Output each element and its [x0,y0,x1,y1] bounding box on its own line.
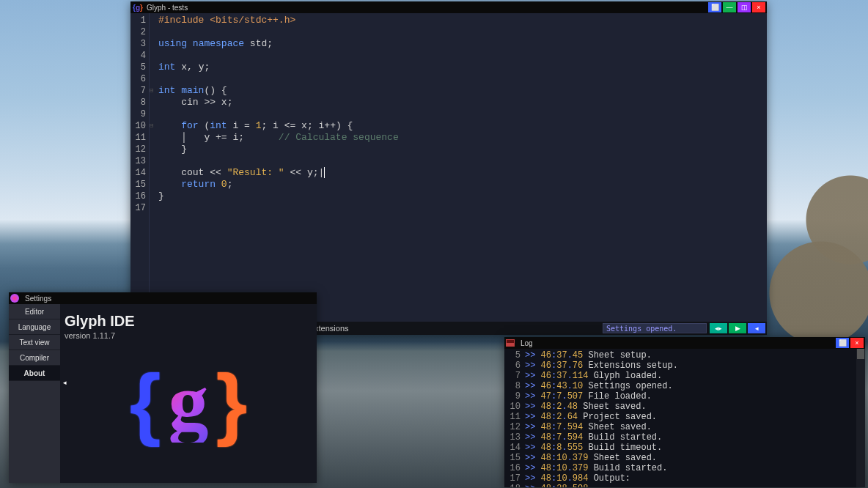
app-name-label: Glyph IDE [65,313,312,330]
token-pp: <bits/stdc++.h> [210,15,295,26]
log-line: >> 46:37.45 Sheet setup. [525,350,856,361]
log-line: >> 48:10.984 Output: [525,473,856,484]
log-line: >> 47:7.507 File loaded. [525,391,856,402]
settings-sidebar: EditorLanguageText viewCompilerAbout [9,304,60,483]
code-line[interactable]: int x, y; [158,62,767,73]
token-op [250,120,256,131]
editor-status-message: Settings opened. [603,323,707,333]
editor-window-buttons: ⬜ — ◫ × [708,2,765,12]
code-line[interactable] [158,202,767,214]
log-line: >> 48:8.555 Build timeout. [525,443,856,453]
token-kw: int [158,85,175,96]
settings-tab-language[interactable]: Language [9,319,60,335]
code-line[interactable] [158,155,767,167]
log-window: Log ⬜ × 5 6 7 8 9 10 11 12 13 14 15 16 1… [504,337,865,487]
token-op [158,144,181,155]
code-line[interactable]: for (int i = 1; i <= x; i++) { [158,120,767,132]
token-op: ; [313,167,319,178]
log-line: >> 48:7.594 Build started. [525,432,856,443]
code-line[interactable] [158,73,767,85]
settings-tab-compiler[interactable]: Compiler [9,350,60,366]
log-line: >> 48:2.64 Project saved. [525,412,856,422]
editor-max-button[interactable]: ⬜ [708,2,721,12]
settings-title: Settings [25,295,315,303]
code-line[interactable] [158,26,767,38]
code-line[interactable]: using namespace std; [158,38,767,50]
token-op: ; [238,132,244,143]
log-body[interactable]: 5 6 7 8 9 10 11 12 13 14 15 16 17 18 >> … [504,349,865,487]
token-kw: return [181,179,216,190]
code-line[interactable]: #include <bits/stdc++.h> [158,15,767,26]
code-line[interactable]: } [158,191,767,202]
log-text: >> 46:37.45 Sheet setup.>> 46:37.76 Exte… [525,349,856,487]
token-kw: for [181,120,198,131]
token-cmt: // Calculate sequence [279,132,399,143]
token-op: ++ [324,120,336,131]
settings-tab-about[interactable]: About [9,366,60,381]
settings-window: Settings EditorLanguageText viewCompiler… [9,292,317,483]
token-op: i [227,132,239,143]
code-line[interactable] [158,50,767,62]
log-titlebar[interactable]: Log ⬜ × [504,337,865,349]
token-op [158,120,181,131]
log-line-gutter: 5 6 7 8 9 10 11 12 13 14 15 16 17 18 [504,349,525,487]
token-op: << [290,167,301,178]
editor-window: g Glyph - tests ⬜ — ◫ × 1 2 3 4 5 6 7 8 … [130,1,767,335]
run-play-button[interactable]: ▶ [729,323,746,333]
settings-tab-editor[interactable]: Editor [9,304,60,319]
token-op: cin [158,97,204,108]
editor-titlebar[interactable]: g Glyph - tests ⬜ — ◫ × [130,1,767,13]
code-line[interactable]: int main() { [158,85,767,97]
log-line: >> 48:2.48 Sheet saved. [525,402,856,412]
token-op [244,132,279,143]
token-op: x [216,97,227,108]
log-scrollbar[interactable] [856,349,865,487]
code-line[interactable]: cin >> x; [158,97,767,108]
editor-min-button[interactable]: — [723,2,736,12]
log-max-button[interactable]: ⬜ [836,338,849,348]
brace-left-icon: { [130,362,161,443]
run-step-button[interactable]: ◂▸ [710,323,727,333]
token-op: ; i [261,120,284,131]
token-op [216,179,221,190]
token-op: ( [199,120,210,131]
token-op: i [227,120,244,131]
token-op [244,38,250,49]
token-op: ) { [336,120,353,131]
editor-opt-button[interactable]: ◫ [738,2,751,12]
code-line[interactable]: cout << "Result: " << y;| [158,167,767,179]
editor-close-button[interactable]: × [752,2,765,12]
log-line: >> 46:43.10 Settings opened. [525,381,856,391]
log-title: Log [521,339,836,347]
about-logo: { g } [65,362,312,443]
editor-title: Glyph - tests [147,4,708,12]
token-op [158,179,181,190]
code-text[interactable]: #include <bits/stdc++.h> using namespace… [155,13,767,322]
code-line[interactable] [158,108,767,120]
code-line[interactable]: │ y += i; // Calculate sequence [158,132,767,144]
log-line: >> 46:37.76 Extensions setup. [525,361,856,371]
token-cursor: | [319,167,326,178]
fold-column[interactable]: ⊟ ⊟ [150,13,155,322]
token-kw: using [158,38,187,49]
token-op: { [221,85,227,96]
token-op [221,167,227,178]
token-op: ; [267,38,273,49]
log-scroll-thumb[interactable] [857,349,864,359]
log-close-button[interactable]: × [850,338,864,348]
token-op: ; [204,62,210,73]
token-pp: #include [158,15,204,26]
token-op: ; [227,97,233,108]
token-op: ; i [307,120,324,131]
token-op: <= [284,120,296,131]
settings-titlebar[interactable]: Settings [9,292,317,304]
code-line[interactable]: return 0; [158,179,767,191]
code-editor[interactable]: 1 2 3 4 5 6 7 8 9 10 11 12 13 14 15 16 1… [130,13,767,322]
settings-tab-text-view[interactable]: Text view [9,335,60,350]
token-kw: namespace [193,38,244,49]
log-line: >> 48:7.594 Sheet saved. [525,422,856,432]
run-back-button[interactable]: ◂ [748,323,765,333]
log-line: >> 48:10.379 Sheet saved. [525,453,856,463]
token-op: std [250,38,267,49]
code-line[interactable]: } [158,144,767,155]
